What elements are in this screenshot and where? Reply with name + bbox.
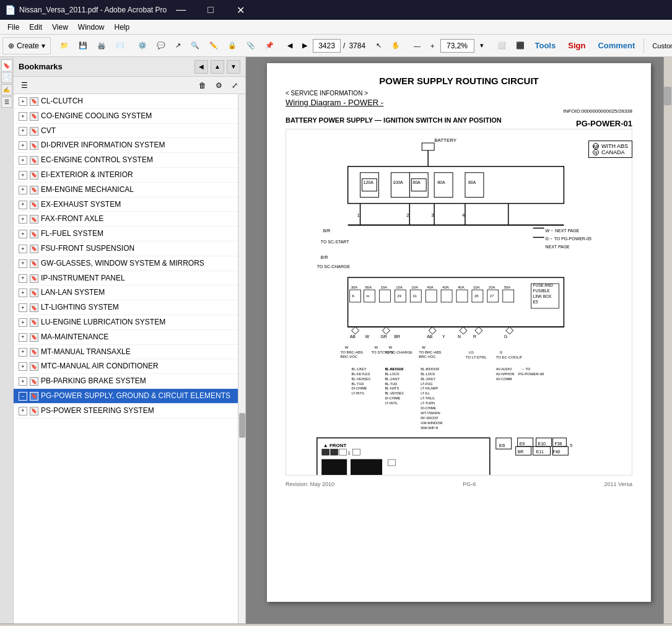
close-button[interactable]: ✕ xyxy=(226,0,255,20)
settings-button[interactable]: ⚙️ xyxy=(134,37,151,54)
bk-expand-ip[interactable]: + xyxy=(19,274,27,283)
menu-help[interactable]: Help xyxy=(110,22,135,33)
bookmark-item-fsu[interactable]: + 🔖 FSU-FRONT SUSPENSION xyxy=(14,241,238,256)
zoom-out-button[interactable]: — xyxy=(409,37,425,54)
bk-expand-ec[interactable]: + xyxy=(19,156,27,165)
bookmark-item-lt[interactable]: + 🔖 LT-LIGHTING SYSTEM xyxy=(14,300,238,315)
pdf-scrollbar-thumb[interactable] xyxy=(664,87,671,105)
bookmarks-scrollbar[interactable] xyxy=(238,94,245,624)
menu-edit[interactable]: Edit xyxy=(24,22,47,33)
bk-expand-mtc[interactable]: + xyxy=(19,362,27,371)
save-button[interactable]: 💾 xyxy=(74,37,92,54)
pdf-area[interactable]: POWER SUPPLY ROUTING CIRCUIT < SERVICE I… xyxy=(246,57,672,624)
tool1-button[interactable]: 🔍 xyxy=(186,37,204,54)
tools-button[interactable]: Tools xyxy=(530,38,561,53)
bk-expand-lt[interactable]: + xyxy=(19,303,27,312)
bk-expand-fax[interactable]: + xyxy=(19,215,27,224)
fit-page-button[interactable]: ⬜ xyxy=(493,37,510,54)
bookmark-item-em[interactable]: + 🔖 EM-ENGINE MECHANICAL xyxy=(14,183,238,198)
bk-label-fl: FL-FUEL SYSTEM xyxy=(41,228,235,239)
bookmark-item-cvt[interactable]: + 🔖 CVT xyxy=(14,124,238,139)
zoom-input[interactable] xyxy=(440,39,474,53)
menu-window[interactable]: Window xyxy=(73,22,110,33)
scrollbar-thumb[interactable] xyxy=(239,413,245,438)
page-number-input[interactable] xyxy=(313,39,341,53)
prev-page-button[interactable]: ◀ xyxy=(283,37,297,54)
bookmark-item-fl[interactable]: + 🔖 FL-FUEL SYSTEM xyxy=(14,227,238,241)
bk-expand-lan[interactable]: + xyxy=(19,289,27,297)
hand-tool-button[interactable]: ✋ xyxy=(387,37,404,54)
print-button[interactable]: 🖨️ xyxy=(93,37,110,54)
bookmarks-prev-button[interactable]: ▲ xyxy=(211,60,224,74)
bk-expand-lu[interactable]: + xyxy=(19,318,27,327)
customize-button[interactable]: Customize ▾ xyxy=(648,37,672,54)
nav-tab-pages[interactable]: 📄 xyxy=(1,72,12,83)
bookmark-item-lan[interactable]: + 🔖 LAN-LAN SYSTEM xyxy=(14,285,238,300)
bk-expand-gw[interactable]: + xyxy=(19,259,27,268)
bk-expand-cvt[interactable]: + xyxy=(19,127,27,136)
svg-rect-12 xyxy=(391,173,409,198)
bk-options-btn[interactable]: ⚙ xyxy=(212,79,225,92)
bk-expand-ex[interactable]: + xyxy=(19,201,27,209)
bk-expand-ma[interactable]: + xyxy=(19,333,27,342)
bookmark-item-di[interactable]: + 🔖 DI-DRIVER INFORMATION SYSTEM xyxy=(14,138,238,153)
bk-expand-co[interactable]: + xyxy=(19,112,27,121)
bookmark-item-pg[interactable]: − 🔖 PG-POWER SUPPLY, GROUND & CIRCUIT EL… xyxy=(14,389,238,404)
minimize-button[interactable]: — xyxy=(167,0,195,20)
bk-expand-cl[interactable]: + xyxy=(19,97,27,106)
zoom-in-button[interactable]: + xyxy=(426,37,439,54)
maximize-button[interactable]: □ xyxy=(196,0,225,20)
bk-expand-ps[interactable]: + xyxy=(19,407,27,415)
sign-button[interactable]: Sign xyxy=(563,38,590,53)
bookmark-item-mt[interactable]: + 🔖 MT-MANUAL TRANSAXLE xyxy=(14,345,238,360)
bookmark-item-cl[interactable]: + 🔖 CL-CLUTCH xyxy=(14,94,238,109)
open-button[interactable]: 📁 xyxy=(56,37,73,54)
comment-button[interactable]: Comment xyxy=(593,38,640,53)
bookmark-item-ec[interactable]: + 🔖 EC-ENGINE CONTROL SYSTEM xyxy=(14,153,238,168)
bk-expand-pg[interactable]: − xyxy=(19,392,27,401)
bookmark-item-gw[interactable]: + 🔖 GW-GLASSES, WINDOW SYSTEM & MIRRORS xyxy=(14,256,238,271)
bookmark-item-ma[interactable]: + 🔖 MA-MAINTENANCE xyxy=(14,330,238,345)
bk-icon-gw: 🔖 xyxy=(30,259,38,268)
svg-text:10A: 10A xyxy=(396,285,403,289)
bk-expand-fsu[interactable]: + xyxy=(19,245,27,253)
bookmark-item-ex[interactable]: + 🔖 EX-EXHAUST SYSTEM xyxy=(14,198,238,212)
bookmark-item-lu[interactable]: + 🔖 LU-ENGINE LUBRICATION SYSTEM xyxy=(14,315,238,330)
bk-expand-di[interactable]: + xyxy=(19,141,27,150)
bk-expand-all-btn[interactable]: ⤢ xyxy=(228,79,242,92)
create-button[interactable]: ⊕ Create ▾ xyxy=(2,37,51,54)
bk-expand-ei[interactable]: + xyxy=(19,171,27,180)
next-page-button[interactable]: ▶ xyxy=(298,37,312,54)
bookmark-item-pb[interactable]: + 🔖 PB-PARKING BRAKE SYSTEM xyxy=(14,374,238,389)
bk-view-btn[interactable]: ☰ xyxy=(17,79,31,92)
tool4-button[interactable]: 📎 xyxy=(242,37,260,54)
tool5-button[interactable]: 📌 xyxy=(261,37,278,54)
bookmark-item-mtc[interactable]: + 🔖 MTC-MANUAL AIR CONDITIONER xyxy=(14,359,238,374)
bookmark-item-ei[interactable]: + 🔖 EI-EXTERIOR & INTERIOR xyxy=(14,168,238,183)
bookmarks-next-button[interactable]: ▼ xyxy=(227,60,240,74)
tool3-button[interactable]: 🔒 xyxy=(224,37,241,54)
pdf-scrollbar[interactable] xyxy=(663,57,672,624)
bk-delete-btn[interactable]: 🗑 xyxy=(196,79,209,92)
bookmark-item-ps[interactable]: + 🔖 PS-POWER STEERING SYSTEM xyxy=(14,404,238,419)
share-button[interactable]: ↗ xyxy=(171,37,185,54)
comment-tool-button[interactable]: 💬 xyxy=(152,37,170,54)
select-tool-button[interactable]: ↖ xyxy=(372,37,386,54)
tool2-button[interactable]: ✏️ xyxy=(205,37,222,54)
bookmark-item-ip[interactable]: + 🔖 IP-INSTRUMENT PANEL xyxy=(14,271,238,286)
nav-tab-signatures[interactable]: ✍ xyxy=(1,84,12,95)
menu-view[interactable]: View xyxy=(47,22,73,33)
fit-width-button[interactable]: ⬛ xyxy=(512,37,529,54)
email-button[interactable]: ✉️ xyxy=(111,37,129,54)
bk-expand-pb[interactable]: + xyxy=(19,377,27,386)
bookmark-item-co[interactable]: + 🔖 CO-ENGINE COOLING SYSTEM xyxy=(14,109,238,124)
menu-file[interactable]: File xyxy=(2,22,24,33)
bk-expand-fl[interactable]: + xyxy=(19,230,27,238)
bookmark-item-fax[interactable]: + 🔖 FAX-FRONT AXLE xyxy=(14,212,238,227)
nav-tab-bookmarks[interactable]: 🔖 xyxy=(1,59,12,71)
bk-expand-em[interactable]: + xyxy=(19,186,27,194)
bk-expand-mt[interactable]: + xyxy=(19,348,27,357)
bookmarks-collapse-button[interactable]: ◀ xyxy=(194,60,208,74)
zoom-dropdown-button[interactable]: ▾ xyxy=(476,37,488,54)
nav-tab-layers[interactable]: ☰ xyxy=(1,97,12,108)
